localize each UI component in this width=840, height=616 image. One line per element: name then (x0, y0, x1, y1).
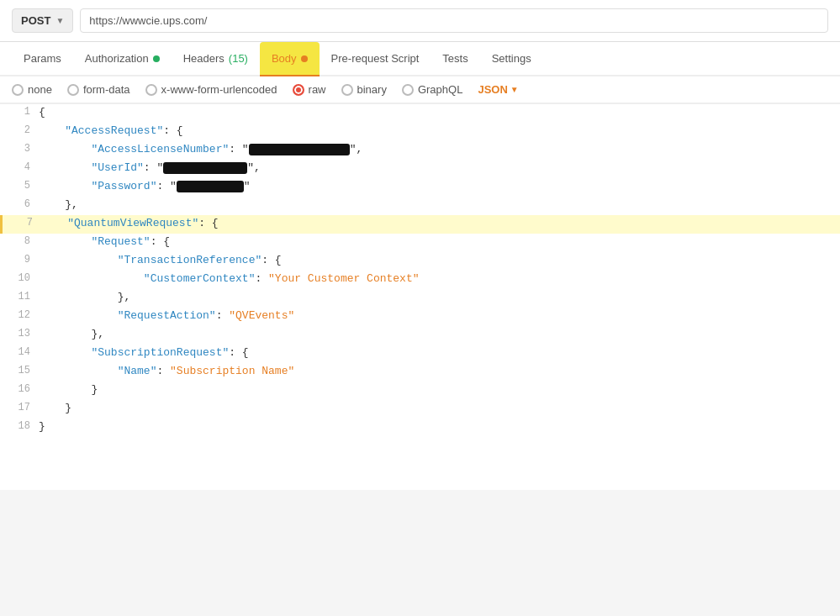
line-content-7: "QuantumViewRequest": { (41, 215, 840, 231)
code-line-1: 1 { (0, 104, 840, 123)
line-num-12: 12 (0, 308, 39, 323)
tab-authorization-label: Authorization (85, 52, 149, 65)
line-num-7: 7 (3, 215, 41, 230)
format-dropdown[interactable]: JSON ▼ (478, 83, 518, 96)
line-content-13: }, (39, 326, 840, 342)
line-num-16: 16 (0, 382, 39, 397)
headers-count: (15) (229, 52, 248, 65)
line-content-10: "CustomerContext": "Your Customer Contex… (39, 271, 840, 287)
code-line-18: 18 } (0, 419, 840, 437)
line-num-8: 8 (0, 234, 39, 249)
code-line-10: 10 "CustomerContext": "Your Customer Con… (0, 271, 840, 289)
tab-params[interactable]: Params (12, 42, 73, 75)
method-chevron-icon: ▼ (55, 16, 64, 25)
tab-body[interactable]: Body (260, 42, 320, 75)
body-type-form-data-label: form-data (83, 83, 130, 96)
line-num-5: 5 (0, 178, 39, 193)
body-type-urlencoded-label: x-www-form-urlencoded (161, 83, 277, 96)
body-type-raw[interactable]: raw (293, 83, 326, 96)
body-type-graphql[interactable]: GraphQL (402, 83, 462, 96)
body-type-none[interactable]: none (12, 83, 52, 96)
radio-binary (341, 84, 353, 96)
line-num-17: 17 (0, 400, 39, 415)
url-input[interactable] (80, 8, 828, 33)
body-type-row: none form-data x-www-form-urlencoded raw… (0, 76, 840, 103)
url-bar: POST ▼ (0, 0, 840, 42)
radio-none (12, 84, 24, 96)
tab-settings[interactable]: Settings (480, 42, 543, 75)
line-content-14: "SubscriptionRequest": { (39, 345, 840, 361)
line-content-6: }, (39, 197, 840, 213)
line-num-14: 14 (0, 345, 39, 360)
line-content-16: } (39, 382, 840, 398)
tab-settings-label: Settings (492, 52, 531, 65)
tab-params-label: Params (24, 52, 61, 65)
body-type-none-label: none (28, 83, 52, 96)
body-type-raw-label: raw (309, 83, 326, 96)
code-line-16: 16 } (0, 382, 840, 400)
code-line-5: 5 "Password": "" (0, 178, 840, 197)
line-content-1: { (39, 104, 840, 120)
code-line-11: 11 }, (0, 289, 840, 308)
line-num-1: 1 (0, 104, 39, 119)
method-label: POST (21, 14, 50, 27)
body-type-graphql-label: GraphQL (418, 83, 462, 96)
code-line-8: 8 "Request": { (0, 234, 840, 252)
line-num-6: 6 (0, 197, 39, 212)
tab-pre-request-script[interactable]: Pre-request Script (320, 42, 431, 75)
code-line-15: 15 "Name": "Subscription Name" (0, 363, 840, 382)
radio-form-data (67, 84, 79, 96)
line-num-10: 10 (0, 271, 39, 286)
line-num-9: 9 (0, 252, 39, 267)
body-type-binary[interactable]: binary (341, 83, 387, 96)
radio-raw (293, 84, 304, 96)
tabs-row: Params Authorization Headers (15) Body P… (0, 42, 840, 76)
line-content-11: }, (39, 289, 840, 305)
code-line-3: 3 "AccessLicenseNumber": "", (0, 141, 840, 160)
authorization-dot (153, 55, 160, 62)
line-num-3: 3 (0, 141, 39, 156)
code-line-7: 7 "QuantumViewRequest": { (0, 215, 840, 234)
radio-urlencoded (145, 84, 157, 96)
radio-graphql (402, 84, 414, 96)
line-num-18: 18 (0, 419, 39, 434)
line-num-2: 2 (0, 123, 39, 138)
line-content-18: } (39, 419, 840, 434)
code-line-4: 4 "UserId": "", (0, 160, 840, 178)
tab-authorization[interactable]: Authorization (73, 42, 172, 75)
code-line-2: 2 "AccessRequest": { (0, 123, 840, 141)
code-line-12: 12 "RequestAction": "QVEvents" (0, 308, 840, 326)
body-type-form-data[interactable]: form-data (67, 83, 130, 96)
line-content-5: "Password": "" (39, 178, 840, 194)
format-label: JSON (478, 83, 507, 96)
tab-tests-label: Tests (442, 52, 468, 65)
line-content-8: "Request": { (39, 234, 840, 250)
line-content-15: "Name": "Subscription Name" (39, 363, 840, 379)
editor-area[interactable]: 1 { 2 "AccessRequest": { 3 "AccessLicens… (0, 103, 840, 490)
line-content-4: "UserId": "", (39, 160, 840, 176)
line-content-3: "AccessLicenseNumber": "", (39, 141, 840, 157)
tab-tests[interactable]: Tests (431, 42, 479, 75)
tab-headers-label: Headers (183, 52, 225, 65)
line-num-15: 15 (0, 363, 39, 378)
tab-body-label: Body (272, 52, 297, 65)
line-content-12: "RequestAction": "QVEvents" (39, 308, 840, 324)
tab-pre-request-script-label: Pre-request Script (331, 52, 420, 65)
line-content-9: "TransactionReference": { (39, 252, 840, 268)
body-type-urlencoded[interactable]: x-www-form-urlencoded (145, 83, 277, 96)
format-dropdown-arrow: ▼ (510, 85, 519, 94)
code-line-17: 17 } (0, 400, 840, 419)
code-line-13: 13 }, (0, 326, 840, 345)
body-dot (301, 55, 308, 62)
body-type-binary-label: binary (357, 83, 387, 96)
line-content-2: "AccessRequest": { (39, 123, 840, 139)
code-line-6: 6 }, (0, 197, 840, 215)
code-line-9: 9 "TransactionReference": { (0, 252, 840, 271)
tab-headers[interactable]: Headers (15) (172, 42, 260, 75)
line-num-13: 13 (0, 326, 39, 341)
method-select[interactable]: POST ▼ (12, 8, 73, 33)
code-line-14: 14 "SubscriptionRequest": { (0, 345, 840, 363)
line-num-4: 4 (0, 160, 39, 175)
line-num-11: 11 (0, 289, 39, 304)
line-content-17: } (39, 400, 840, 416)
